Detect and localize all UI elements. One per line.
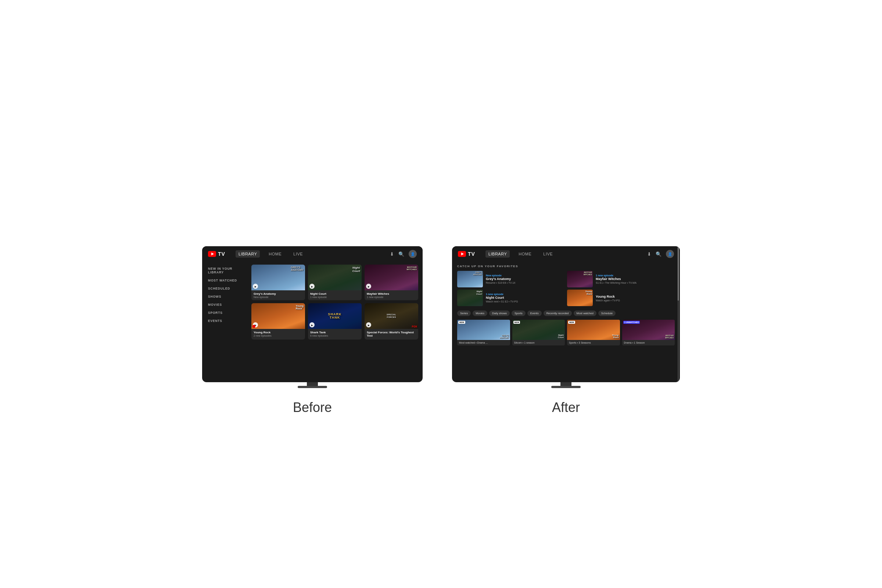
- card-young-before[interactable]: ▶ YoungRock Young Rock 2 new episodes: [251, 303, 305, 340]
- sub-mayfair: 1 new episode: [367, 296, 416, 298]
- catchup-info-night: 1 new episode Night Court Watch next • S…: [486, 293, 565, 303]
- nav-library-before[interactable]: LIBRARY: [236, 250, 260, 258]
- avatar-after[interactable]: 👤: [666, 250, 674, 258]
- filter-chips: Series Movies Daily shows Sports Events …: [457, 310, 675, 316]
- nav-library-after[interactable]: LIBRARY: [486, 250, 510, 258]
- comparison-container: TV LIBRARY HOME LIVE ⬇ 🔍 👤 NEW IN YOU: [202, 173, 680, 415]
- catchup-title-night: Night Court: [486, 296, 565, 300]
- before-side: TV LIBRARY HOME LIVE ⬇ 🔍 👤 NEW IN YOU: [202, 246, 423, 415]
- card-shark-before[interactable]: ▶ SHARKTANK Shark Tank 6 new episodes: [308, 303, 362, 340]
- info-greys: Grey's Anatomy New episode: [251, 290, 305, 300]
- catchup-sub-night: Watch next • S1 E2 • TV-PG: [486, 300, 565, 303]
- stand-base-before: [298, 386, 327, 388]
- thumb-mayfair-after: 1 UNWATCHED MAYFAIRWITCHES: [622, 320, 675, 340]
- card-young-after[interactable]: NEW YoungRock Sports • 3 Seasons: [567, 320, 620, 345]
- catchup-info-young: Young Rock Watch again • TV-PG: [596, 294, 675, 302]
- download-icon-after[interactable]: ⬇: [647, 251, 651, 257]
- chip-movies[interactable]: Movies: [472, 310, 487, 316]
- info-mayfair-after: Drama • 1 Season: [622, 340, 675, 345]
- nav-home-before[interactable]: HOME: [266, 250, 285, 258]
- title-special: Special Forces: World's Toughest Test: [367, 331, 416, 338]
- play-shark[interactable]: ▶: [309, 322, 315, 327]
- catchup-info-greys: New episode Grey's Anatomy Resume • S19 …: [486, 274, 565, 284]
- play-night[interactable]: ▶: [309, 284, 315, 289]
- logo-text-after: TV: [468, 251, 475, 257]
- card-special-before[interactable]: ▶ SPECIALFORCES FOX Special Forces: Worl…: [364, 303, 418, 340]
- sidebar-item-events[interactable]: EVENTS: [207, 317, 247, 325]
- before-shows-grid: ▶ GREY'SANATOMY Grey's Anatomy New episo…: [251, 265, 418, 340]
- stand-neck-before: [307, 382, 318, 386]
- after-tv-screen: TV LIBRARY HOME LIVE ⬇ 🔍 👤 CATCH UP ON Y…: [452, 246, 680, 382]
- before-sidebar: NEW IN YOUR LIBRARY MOST WATCHED SCHEDUL…: [207, 265, 247, 340]
- chip-recently[interactable]: Recently recorded: [543, 310, 572, 316]
- chip-series[interactable]: Series: [457, 310, 471, 316]
- before-label: Before: [293, 400, 332, 415]
- play-mayfair[interactable]: ▶: [366, 284, 371, 289]
- catchup-thumb-night: NightCourt: [457, 290, 483, 306]
- after-logo: TV: [458, 251, 475, 257]
- title-shark: Shark Tank: [310, 331, 359, 334]
- sub-greys: New episode: [254, 296, 303, 298]
- catchup-sub-mayfair: S1 E1 • The Witching Hour • TV-MA: [596, 282, 675, 284]
- section-heading: CATCH UP ON YOUR FAVORITES: [457, 265, 675, 268]
- info-young: Young Rock 2 new episodes: [251, 329, 305, 339]
- before-header-icons: ⬇ 🔍 👤: [390, 250, 417, 258]
- card-night-after[interactable]: NEW NightCourt Sitcom • 1 season: [512, 320, 565, 345]
- catchup-title-greys: Grey's Anatomy: [486, 277, 565, 281]
- before-logo: TV: [208, 251, 225, 257]
- before-header: TV LIBRARY HOME LIVE ⬇ 🔍 👤: [202, 246, 423, 262]
- info-greys-after: Most watched • Drama ...: [457, 340, 510, 345]
- nav-home-after[interactable]: HOME: [516, 250, 534, 258]
- after-body: CATCH UP ON YOUR FAVORITES GREY'SANATOMY…: [452, 262, 680, 348]
- scrollbar[interactable]: [678, 246, 679, 382]
- sidebar-item-most-watched[interactable]: MOST WATCHED: [207, 276, 247, 285]
- scrollbar-thumb: [678, 246, 679, 301]
- sidebar-item-new-library[interactable]: NEW IN YOUR LIBRARY: [207, 265, 247, 276]
- catchup-young[interactable]: YoungRock Young Rock Watch again • TV-PG: [567, 290, 675, 306]
- search-icon[interactable]: 🔍: [398, 251, 404, 257]
- card-greys-before[interactable]: ▶ GREY'SANATOMY Grey's Anatomy New episo…: [251, 265, 305, 300]
- chip-sports[interactable]: Sports: [512, 310, 525, 316]
- card-mayfair-after[interactable]: 1 UNWATCHED MAYFAIRWITCHES Drama • 1 Sea…: [622, 320, 675, 345]
- sidebar-item-scheduled[interactable]: SCHEDULED: [207, 285, 247, 292]
- catchup-greys[interactable]: GREY'SANATOMY New episode Grey's Anatomy…: [457, 271, 565, 287]
- nav-live-before[interactable]: LIVE: [290, 250, 306, 258]
- avatar[interactable]: 👤: [409, 250, 417, 258]
- shows-row: NEW GREY'SANATOMY Most watched • Drama .…: [457, 320, 675, 345]
- chip-schedule[interactable]: Schedule: [598, 310, 616, 316]
- sidebar-item-sports[interactable]: SPORTS: [207, 309, 247, 317]
- play-greys[interactable]: ▶: [253, 284, 258, 289]
- catchup-thumb-greys: GREY'SANATOMY: [457, 271, 483, 287]
- card-mayfair-before[interactable]: ▶ MAYFAIRWITCHES Mayfair Witches 1 new e…: [364, 265, 418, 300]
- card-night-before[interactable]: ▶ NightCourt Night Court 1 new episode: [308, 265, 362, 300]
- catchup-mayfair[interactable]: MAYFAIRWITCHES 1 new episode Mayfair Wit…: [567, 271, 675, 287]
- before-body: NEW IN YOUR LIBRARY MOST WATCHED SCHEDUL…: [202, 262, 423, 342]
- new-badge-night: NEW: [513, 321, 520, 324]
- title-young: Young Rock: [254, 331, 303, 334]
- chip-events[interactable]: Events: [527, 310, 542, 316]
- play-special[interactable]: ▶: [366, 322, 371, 327]
- after-tv-stand: TV LIBRARY HOME LIVE ⬇ 🔍 👤 CATCH UP ON Y…: [452, 246, 680, 388]
- info-night: Night Court 1 new episode: [308, 290, 362, 300]
- sidebar-item-movies[interactable]: MOVIES: [207, 301, 247, 309]
- catchup-info-mayfair: 1 new episode Mayfair Witches S1 E1 • Th…: [596, 274, 675, 284]
- thumb-special: ▶ SPECIALFORCES FOX: [364, 303, 418, 329]
- catchup-badge-mayfair: 1 new episode: [596, 274, 675, 277]
- title-mayfair-after: Drama • 1 Season: [624, 341, 673, 344]
- search-icon-after[interactable]: 🔍: [656, 251, 662, 257]
- chip-daily[interactable]: Daily shows: [489, 310, 510, 316]
- catchup-title-young: Young Rock: [596, 295, 675, 298]
- title-greys: Grey's Anatomy: [254, 292, 303, 296]
- catchup-sub-young: Watch again • TV-PG: [596, 299, 675, 302]
- download-icon[interactable]: ⬇: [390, 251, 394, 257]
- title-night: Night Court: [310, 292, 359, 296]
- unwatched-badge-mayfair: 1 UNWATCHED: [623, 321, 640, 324]
- nav-live-after[interactable]: LIVE: [540, 250, 556, 258]
- card-greys-after[interactable]: NEW GREY'SANATOMY Most watched • Drama .…: [457, 320, 510, 345]
- after-label: After: [552, 400, 580, 415]
- chip-most[interactable]: Most watched: [574, 310, 597, 316]
- nbc-badge: [252, 325, 255, 328]
- sidebar-item-shows[interactable]: SHOWS: [207, 292, 247, 301]
- info-night-after: Sitcom • 1 season: [512, 340, 565, 345]
- catchup-night[interactable]: NightCourt 1 new episode Night Court Wat…: [457, 290, 565, 306]
